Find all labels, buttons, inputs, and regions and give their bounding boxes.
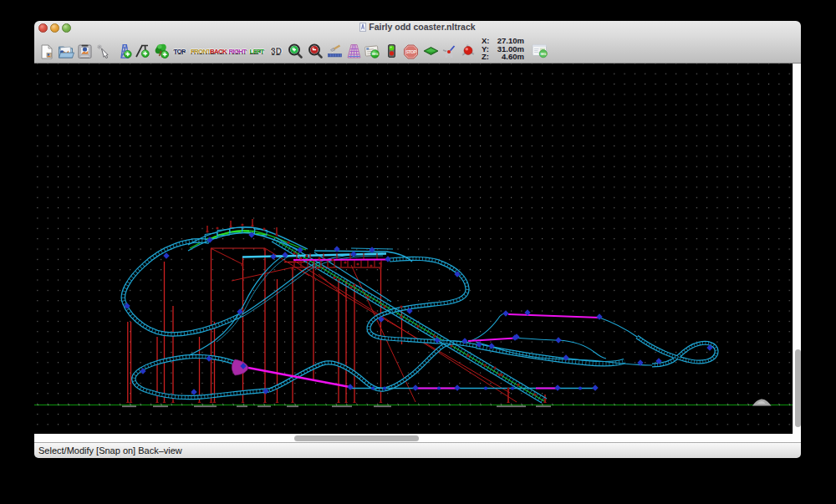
svg-text:IMG: IMG [540,53,546,56]
svg-text:STOP: STOP [405,49,416,54]
svg-text:IMG: IMG [371,52,378,56]
